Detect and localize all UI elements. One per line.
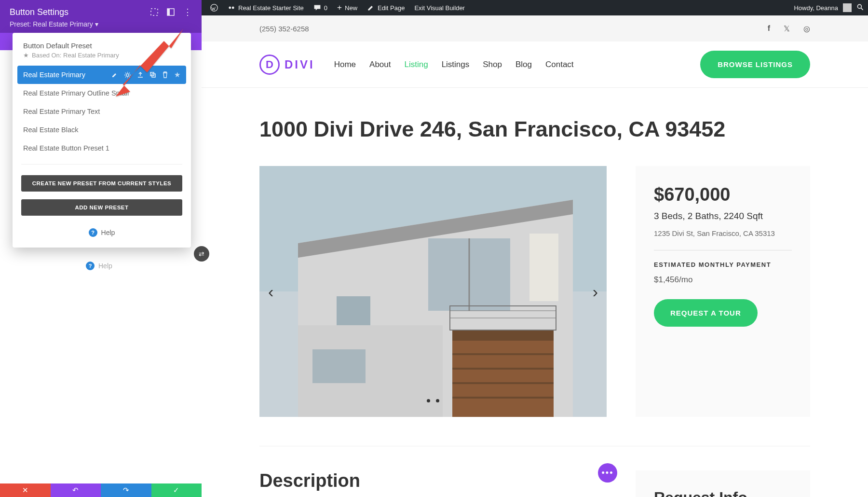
help-icon: ? — [89, 228, 97, 237]
new-link[interactable]: +New — [332, 0, 362, 15]
svg-rect-22 — [312, 349, 366, 383]
svg-rect-25 — [167, 9, 170, 15]
add-preset-button[interactable]: ADD NEW PRESET — [21, 199, 182, 216]
preset-item-real-estate-primary[interactable]: Real Estate Primary ★ — [17, 66, 186, 84]
svg-rect-8 — [529, 234, 558, 301]
star-default-icon[interactable]: ★ — [174, 71, 180, 79]
settings-header: Button Settings ⋮ Preset: Real Estate Pr… — [0, 0, 202, 33]
logo[interactable]: D DIVI — [259, 55, 315, 75]
dock-icon[interactable] — [167, 7, 175, 17]
request-info-heading: Request Info — [654, 489, 792, 497]
instagram-icon[interactable]: ◎ — [803, 24, 810, 33]
avatar[interactable] — [843, 3, 852, 12]
nav-shop[interactable]: Shop — [483, 60, 502, 69]
x-icon[interactable]: 𝕏 — [784, 24, 790, 33]
panel-toggle-handle[interactable]: ⇄ — [194, 246, 209, 262]
help-icon: ? — [86, 262, 95, 270]
more-icon[interactable]: ⋮ — [183, 7, 192, 17]
help-link-behind[interactable]: ?Help — [86, 262, 112, 270]
nav-home[interactable]: Home — [334, 60, 356, 69]
request-tour-button[interactable]: REQUEST A TOUR — [654, 299, 758, 327]
listing-price: $670,000 — [654, 184, 792, 205]
settings-title: Button Settings — [10, 7, 68, 17]
help-link[interactable]: ?Help — [13, 228, 191, 237]
nav-links: Home About Listing Listings Shop Blog Co… — [334, 60, 574, 69]
building-illustration — [259, 166, 607, 417]
nav-listings[interactable]: Listings — [442, 60, 470, 69]
create-preset-button[interactable]: CREATE NEW PRESET FROM CURRENT STYLES — [21, 175, 182, 192]
preset-item-preset-1[interactable]: Real Estate Button Preset 1 — [13, 139, 191, 157]
close-button[interactable]: ✕ — [0, 483, 51, 497]
gallery-next-icon[interactable]: › — [593, 282, 598, 301]
svg-rect-23 — [151, 9, 158, 15]
wp-admin-bar: Real Estate Starter Site 0 +New Edit Pag… — [202, 0, 868, 15]
divider — [654, 250, 792, 250]
top-info-strip: (255) 352-6258 f 𝕏 ◎ — [202, 15, 868, 41]
edit-page-link[interactable]: Edit Page — [362, 0, 409, 15]
preset-selector[interactable]: Preset: Real Estate Primary ▾ — [10, 20, 192, 28]
description-heading: Description — [259, 470, 607, 491]
estimated-value: $1,456/mo — [654, 275, 792, 285]
request-info-box: Request Info — [636, 470, 810, 497]
image-gallery: ‹ › — [259, 166, 607, 417]
listing-sidebar: $670,000 3 Beds, 2 Baths, 2240 Sqft 1235… — [636, 166, 810, 417]
wp-logo[interactable] — [205, 0, 223, 15]
page-title: 1000 Divi Drive 246, San Francisco, CA 9… — [259, 117, 810, 142]
exit-visual-builder[interactable]: Exit Visual Builder — [409, 0, 470, 15]
undo-button[interactable]: ↶ — [51, 483, 101, 497]
listing-meta: 3 Beds, 2 Baths, 2240 Sqft — [654, 211, 792, 221]
browse-listings-button[interactable]: BROWSE LISTINGS — [700, 51, 810, 78]
star-icon: ★ — [23, 52, 29, 59]
svg-rect-12 — [452, 330, 554, 341]
nav-about[interactable]: About — [369, 60, 391, 69]
svg-point-1 — [229, 7, 231, 9]
howdy-user[interactable]: Howdy, Deanna — [794, 4, 838, 12]
focus-icon[interactable] — [150, 7, 158, 17]
redo-button[interactable]: ↷ — [101, 483, 151, 497]
facebook-icon[interactable]: f — [768, 24, 770, 33]
logo-text: DIVI — [285, 58, 315, 71]
listing-address: 1235 Divi St, San Fracisco, CA 35313 — [654, 229, 792, 237]
nav-contact[interactable]: Contact — [545, 60, 574, 69]
trash-icon[interactable] — [162, 71, 168, 78]
divider — [21, 164, 182, 165]
nav-blog[interactable]: Blog — [515, 60, 532, 69]
module-fab-button[interactable]: ••• — [598, 463, 617, 483]
duplicate-icon[interactable] — [149, 71, 156, 78]
main-nav: D DIVI Home About Listing Listings Shop … — [202, 41, 868, 88]
preset-label: Real Estate Primary — [23, 71, 85, 79]
svg-rect-11 — [337, 296, 370, 325]
search-icon[interactable] — [856, 3, 864, 13]
page-content: 1000 Divi Drive 246, San Francisco, CA 9… — [202, 88, 868, 497]
logo-mark-icon: D — [259, 55, 280, 75]
preset-dropdown: Button Default Preset ★ Based On: Real E… — [13, 33, 191, 248]
based-on-label: ★ Based On: Real Estate Primary — [13, 52, 191, 66]
gallery-dots — [427, 399, 439, 402]
save-button[interactable]: ✓ — [151, 483, 202, 497]
gear-icon[interactable] — [124, 71, 131, 79]
svg-point-26 — [126, 73, 129, 76]
edit-icon[interactable] — [111, 71, 118, 78]
default-preset-title[interactable]: Button Default Preset — [13, 41, 191, 52]
comments-link[interactable]: 0 — [309, 0, 332, 15]
site-name-link[interactable]: Real Estate Starter Site — [223, 0, 309, 15]
estimated-label: ESTIMATED MONTHLY PAYMENT — [654, 261, 792, 268]
upload-icon[interactable] — [137, 71, 144, 78]
svg-point-3 — [857, 4, 861, 8]
bottom-action-bar: ✕ ↶ ↷ ✓ — [0, 483, 202, 497]
svg-rect-13 — [452, 341, 554, 417]
preset-item-black[interactable]: Real Estate Black — [13, 121, 191, 139]
gallery-prev-icon[interactable]: ‹ — [268, 282, 273, 301]
preset-item-outline-small[interactable]: Real Estate Primary Outline Small — [13, 84, 191, 102]
svg-point-2 — [232, 7, 234, 9]
preset-item-text[interactable]: Real Estate Primary Text — [13, 102, 191, 121]
nav-listing[interactable]: Listing — [404, 60, 428, 69]
phone-number: (255) 352-6258 — [259, 25, 309, 33]
settings-panel: Button Settings ⋮ Preset: Real Estate Pr… — [0, 0, 202, 497]
